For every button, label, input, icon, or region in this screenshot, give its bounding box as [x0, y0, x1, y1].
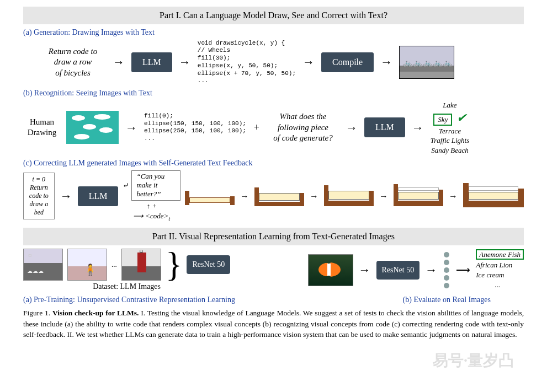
- arrow-icon: ⟶: [455, 264, 471, 277]
- compile-block: Compile: [321, 52, 374, 72]
- arrow-icon: →: [309, 191, 320, 202]
- answer-option: Lake: [443, 101, 456, 109]
- answer-option: Terrace: [439, 127, 461, 135]
- section-c-label: (c) Correcting LLM generated Images with…: [23, 158, 524, 168]
- sheep-icon: ☁☁☁: [27, 268, 44, 275]
- cloud-icon: [74, 134, 89, 139]
- section-b-row: Human Drawing → fill(0); ellipse(150, 15…: [23, 100, 524, 155]
- generated-image-bicycles: 🚲 🚲 🚲 🚲 🚲: [399, 46, 454, 79]
- arrow-icon: →: [301, 55, 316, 70]
- recognition-answers: Lake Sky ✔ Terrace Traffic Lights Sandy …: [431, 100, 469, 155]
- human-drawing-label: Human Drawing: [23, 117, 61, 138]
- resnet-block-pretrain: ResNet 50: [187, 255, 230, 274]
- eval-answer-correct: Anemone Fish: [476, 249, 524, 260]
- answer-option-correct: Sky: [433, 114, 452, 126]
- answer-option: Sandy Beach: [431, 146, 469, 154]
- dataset-label: Dataset: LLM Images: [93, 282, 161, 292]
- dataset-thumb: ☺: [121, 249, 161, 281]
- section-b-label: (b) Recognition: Seeing Images with Text: [23, 88, 524, 98]
- bed-render-0: [185, 183, 235, 210]
- code-token: <code>t: [145, 212, 170, 220]
- cloud-icon: [72, 115, 85, 121]
- initial-prompt-c: t = 0 Return code to draw a bed: [23, 173, 55, 219]
- checkmark-icon: ✔: [456, 111, 466, 125]
- bicycle-icon: 🚲: [443, 58, 452, 68]
- bed-render-3: [394, 183, 443, 210]
- person-icon: 🧍: [83, 263, 97, 277]
- arrow-icon: →: [59, 189, 73, 204]
- ellipsis-icon: ...: [476, 281, 500, 289]
- code-a: void drawBicycle(x, y) { // Wheels fill(…: [198, 40, 296, 85]
- section-c-row: t = 0 Return code to draw a bed → LLM ⤶ …: [23, 170, 524, 222]
- part1-banner: Part I. Can a Language Model Draw, See a…: [23, 7, 524, 24]
- arrow-icon: →: [344, 120, 359, 136]
- building-icon: [137, 253, 146, 272]
- llm-block-b: LLM: [364, 117, 405, 137]
- query-b: What does the following piece of code ge…: [267, 111, 339, 144]
- ellipsis-icon: ...: [111, 260, 117, 269]
- eval-answer: Ice cream: [476, 271, 504, 279]
- cloud-icon: [99, 127, 113, 133]
- part2-banner: Part II. Visual Representation Learning …: [23, 228, 524, 245]
- arrow-icon: →: [178, 55, 192, 70]
- arrow-icon: →: [358, 262, 372, 278]
- section-a-row: Return code to draw a row of bicycles → …: [40, 40, 524, 85]
- cloud-icon: [83, 124, 96, 130]
- arrow-icon: →: [448, 191, 459, 202]
- llm-block-a: LLM: [131, 52, 172, 72]
- loop-up-arrow-icon: ↑: [147, 202, 151, 211]
- answer-option: Traffic Lights: [431, 136, 469, 144]
- prompt-a: Return code to draw a row of bicycles: [40, 46, 106, 79]
- feedback-loop: ⤶ “Can you make it better?” ↑ + ⟶ <code>…: [123, 170, 180, 222]
- part2-row: ☁☁☁ ¤ 🧍 ... ☺ } ResNet 50 Dataset: LLM I…: [23, 249, 524, 292]
- section-a-label: (a) Generation: Drawing Images with Text: [23, 28, 524, 37]
- bicycle-icon: 🚲: [423, 58, 432, 68]
- arrow-icon: →: [239, 191, 250, 202]
- arrow-icon: →: [124, 120, 139, 136]
- face-icon: ☺: [139, 249, 144, 255]
- pretrain-panel: ☁☁☁ ¤ 🧍 ... ☺ } ResNet 50 Dataset: LLM I…: [23, 249, 230, 292]
- caption-title: Vision check-up for LLMs.: [52, 309, 139, 317]
- resnet-block-eval: ResNet 50: [376, 261, 420, 280]
- feedback-text: “Can you make it better?”: [131, 170, 180, 201]
- dataset-thumb: ☁☁☁ ¤: [23, 249, 63, 281]
- eval-answer: African Lion: [476, 261, 512, 269]
- code-b: fill(0); ellipse(150, 150, 100, 100); el…: [144, 112, 246, 143]
- bicycle-icon: 🚲: [413, 58, 422, 68]
- arrow-icon: →: [424, 262, 438, 278]
- loop-arrow-icon: ⤶: [123, 181, 129, 191]
- real-image-clownfish: [308, 254, 353, 286]
- feature-vector-icon: [443, 252, 450, 288]
- bed-render-1: [254, 183, 304, 210]
- clownfish-stripe-icon: [327, 264, 331, 276]
- loop-arrow-icon: ⟶: [133, 212, 144, 220]
- eval-panel: → ResNet 50 → ⟶ Anemone Fish African Lio…: [308, 250, 524, 290]
- arrow-icon: →: [379, 55, 394, 70]
- dataset-thumb: 🧍: [67, 249, 107, 281]
- eval-answers: Anemone Fish African Lion Ice cream ...: [476, 250, 524, 290]
- arrow-icon: →: [111, 55, 126, 70]
- plus-icon: +: [152, 202, 156, 211]
- figure-number: Figure 1.: [23, 309, 52, 317]
- lamp-icon: ¤: [28, 251, 32, 260]
- figure-caption: Figure 1. Vision check-up for LLMs. I. T…: [23, 308, 524, 340]
- bed-render-2: [324, 183, 374, 210]
- bed-render-4: [463, 183, 524, 210]
- human-drawing-image: [66, 111, 119, 144]
- part2-a-label: (a) Pre-Training: Unsupervised Contrasti…: [23, 295, 235, 305]
- cloud-icon: [94, 114, 110, 120]
- brace-icon: }: [166, 249, 183, 281]
- bicycle-icon: 🚲: [433, 58, 442, 68]
- arrow-icon: →: [378, 191, 389, 202]
- part2-b-label: (b) Evaluate on Real Images: [403, 295, 491, 305]
- llm-block-c: LLM: [78, 186, 119, 206]
- bicycle-icon: 🚲: [403, 58, 412, 68]
- plus-icon: +: [252, 121, 262, 134]
- arrow-icon: →: [411, 120, 425, 136]
